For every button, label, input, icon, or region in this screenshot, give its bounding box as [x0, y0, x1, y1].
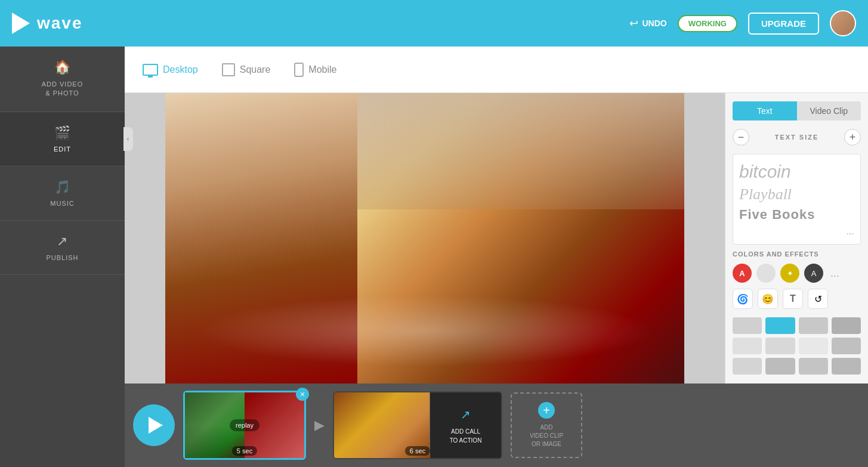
sidebar: 🏠 ADD VIDEO& PHOTO 🎬 EDIT ‹ 🎵 MUSIC ↗ PU… — [0, 47, 125, 467]
view-mobile[interactable]: Mobile — [294, 63, 336, 77]
add-plus-icon: + — [538, 402, 555, 419]
logo-triangle-icon — [12, 13, 30, 34]
undo-icon: ↩ — [629, 17, 638, 30]
square-label: Square — [240, 64, 271, 75]
publish-label: PUBLISH — [46, 254, 78, 261]
font-fivebooks[interactable]: Five Books — [739, 207, 854, 222]
cta-button[interactable]: ↗ ADD CALLTO ACTION — [450, 406, 482, 445]
panel-tabs: Text Video Clip — [733, 101, 861, 120]
home-icon: 🏠 — [54, 60, 71, 75]
view-square[interactable]: Square — [222, 63, 271, 76]
play-icon — [149, 417, 163, 434]
swatch-10[interactable] — [765, 358, 795, 375]
video-canvas — [165, 93, 684, 384]
timeline: replay 5 sec × ▶ ↗ ADD CALLTO ACTION — [125, 384, 868, 467]
swatch-active[interactable] — [765, 317, 795, 334]
play-button[interactable] — [133, 404, 175, 446]
square-icon — [222, 63, 235, 76]
font-more[interactable]: ... — [739, 226, 854, 237]
swatch-5[interactable] — [733, 338, 762, 354]
logo-text: wave — [37, 14, 83, 33]
colors-row: A ✦ A ... — [733, 264, 861, 283]
colors-section-label: COLORS AND EFFECTS — [733, 250, 861, 258]
swatch-1[interactable] — [733, 317, 762, 334]
text-size-label: TEXT SIZE — [775, 134, 819, 141]
collapse-handle[interactable]: ‹ — [123, 127, 133, 151]
edit-icon: 🎬 — [54, 125, 71, 141]
font-bitcoin[interactable]: bitcoin — [739, 162, 854, 182]
clip-arrow: ▶ — [314, 417, 325, 433]
undo-button[interactable]: ↩ UNDO — [629, 17, 666, 30]
right-panel: Text Video Clip − TEXT SIZE + bitcoin Pl… — [725, 93, 868, 384]
cta-label: ADD CALLTO ACTION — [450, 427, 482, 445]
text-size-row: − TEXT SIZE + — [733, 126, 861, 148]
swatch-6[interactable] — [765, 338, 795, 354]
font-preview-area: bitcoin Playball Five Books ... — [733, 154, 861, 245]
color-dark[interactable]: A — [804, 264, 823, 283]
text-size-increase[interactable]: + — [844, 129, 861, 146]
working-badge: WORKING — [678, 15, 737, 32]
timeline-clip-2[interactable]: ↗ ADD CALLTO ACTION 6 sec — [333, 391, 502, 459]
canvas-area — [125, 93, 725, 384]
swatch-12[interactable] — [832, 358, 861, 375]
add-video-label: ADD VIDEO& PHOTO — [42, 80, 84, 98]
color-swatches — [733, 317, 861, 375]
effect-text[interactable]: T — [783, 289, 803, 309]
desktop-label: Desktop — [163, 64, 198, 75]
swatch-9[interactable] — [733, 358, 762, 375]
sidebar-item-edit[interactable]: 🎬 EDIT ‹ — [0, 112, 125, 166]
tab-text[interactable]: Text — [733, 101, 797, 120]
logo-area: wave — [12, 13, 137, 34]
swatch-11[interactable] — [799, 358, 828, 375]
music-icon: 🎵 — [54, 180, 71, 195]
publish-icon: ↗ — [57, 234, 68, 249]
swatch-3[interactable] — [799, 317, 828, 334]
swatch-4[interactable] — [832, 317, 861, 334]
edit-label: EDIT — [54, 146, 71, 153]
clip1-close[interactable]: × — [296, 388, 309, 401]
swatch-7[interactable] — [799, 338, 828, 354]
sidebar-item-music[interactable]: 🎵 MUSIC — [0, 166, 125, 221]
colors-more[interactable]: ... — [830, 267, 839, 280]
effects-row: 🌀 😊 T ↺ — [733, 289, 861, 309]
effect-undo[interactable]: ↺ — [808, 289, 828, 309]
avatar[interactable] — [830, 10, 856, 36]
font-playball[interactable]: Playball — [739, 185, 854, 203]
clip1-duration: 5 sec — [232, 446, 257, 456]
color-red[interactable]: A — [733, 264, 752, 283]
text-size-decrease[interactable]: − — [733, 129, 749, 146]
add-clip-label: ADD VIDEO CLIP OR IMAGE — [530, 423, 563, 449]
mobile-icon — [294, 63, 304, 77]
sidebar-item-add-video[interactable]: 🏠 ADD VIDEO& PHOTO — [0, 47, 125, 112]
music-label: MUSIC — [50, 200, 74, 207]
desktop-icon — [143, 64, 158, 76]
upgrade-button[interactable]: UPGRADE — [748, 13, 819, 35]
effect-face[interactable]: 😊 — [758, 289, 778, 309]
undo-label: UNDO — [642, 18, 666, 28]
color-gold[interactable]: ✦ — [780, 264, 799, 283]
clip2-duration: 6 sec — [405, 446, 430, 456]
color-light-gray[interactable] — [756, 264, 776, 283]
mobile-label: Mobile — [308, 64, 336, 75]
sidebar-item-publish[interactable]: ↗ PUBLISH — [0, 221, 125, 275]
cta-arrow-icon: ↗ — [461, 406, 471, 423]
timeline-clip-1[interactable]: replay 5 sec × — [183, 391, 306, 460]
add-clip-button[interactable]: + ADD VIDEO CLIP OR IMAGE — [511, 392, 582, 458]
view-desktop[interactable]: Desktop — [143, 64, 198, 76]
swatch-8[interactable] — [832, 338, 861, 354]
tab-video-clip[interactable]: Video Clip — [797, 101, 861, 120]
clip1-replay: replay — [230, 419, 260, 431]
effect-spiral[interactable]: 🌀 — [733, 289, 753, 309]
